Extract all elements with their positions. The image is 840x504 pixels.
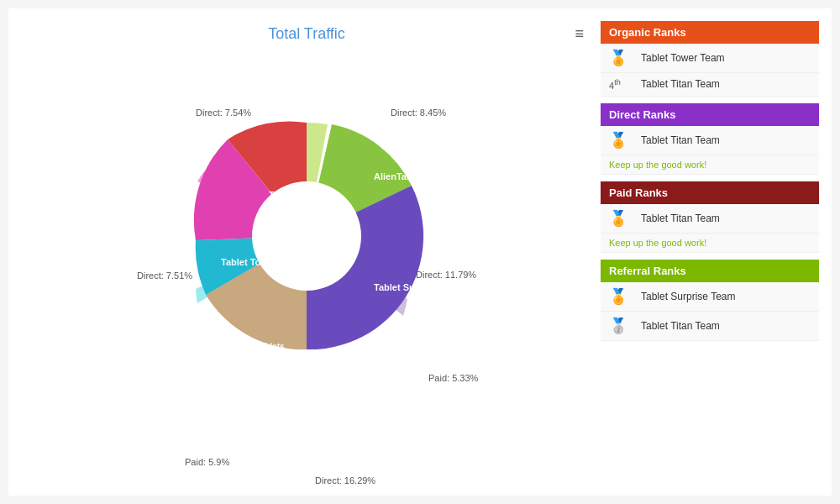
rank-4th: 4th xyxy=(609,78,633,91)
organic-rank-item-2: 4th Tablet Titan Team xyxy=(601,73,819,97)
label-tablet-tower: Tablet Tower xyxy=(221,257,277,267)
label-direct-top-right: Direct: 8.45% xyxy=(391,108,446,118)
organic-team-1: Tablet Tower Team xyxy=(641,52,725,64)
gold-medal-icon-2: 🏅 xyxy=(609,131,633,150)
referral-ranks-header: Referral Ranks xyxy=(601,260,819,282)
paid-ranks-section: Paid Ranks 🏅 Tablet Titan Team Keep up t… xyxy=(601,181,819,253)
referral-team-2: Tablet Titan Team xyxy=(641,320,720,332)
chart-title: Total Traffic xyxy=(268,25,345,43)
direct-team-1: Tablet Titan Team xyxy=(641,134,720,146)
label-tablet-surprise: Tablet Surprise xyxy=(374,282,440,292)
referral-rank-item-2: 🥈 Tablet Titan Team xyxy=(601,312,819,341)
right-panel: Organic Ranks 🏅 Tablet Tower Team 4th Ta… xyxy=(601,21,819,348)
organic-ranks-section: Organic Ranks 🏅 Tablet Tower Team 4th Ta… xyxy=(601,21,819,97)
chart-container: TabletSolutions AlienTablets Tablet Surp… xyxy=(130,55,483,408)
paid-ranks-header: Paid Ranks xyxy=(601,181,819,204)
main-container: Total Traffic ≡ xyxy=(8,8,832,496)
organic-team-2: Tablet Titan Team xyxy=(641,78,720,90)
paid-team-1: Tablet Titan Team xyxy=(641,213,720,224)
organic-rank-item-1: 🏅 Tablet Tower Team xyxy=(601,44,819,73)
paid-good-work: Keep up the good work! xyxy=(601,234,819,253)
menu-icon[interactable]: ≡ xyxy=(575,25,584,43)
gold-medal-icon-1: 🏅 xyxy=(609,49,633,67)
label-direct-top-left: Direct: 7.54% xyxy=(196,108,251,118)
label-alien-tablets: AlienTablets xyxy=(374,171,428,181)
label-tablet-solutions: TabletSolutions xyxy=(269,190,338,200)
direct-ranks-section: Direct Ranks 🏅 Tablet Titan Team Keep up… xyxy=(601,103,819,175)
label-top-tier: Top Tier Tablets xyxy=(221,342,285,351)
label-tablet-titan: Tablet Titan xyxy=(294,379,345,389)
label-direct-right: Direct: 11.79% xyxy=(416,270,476,280)
referral-rank-item-1: 🏅 Tablet Surprise Team xyxy=(601,282,819,312)
gold-medal-icon-4: 🏅 xyxy=(609,287,633,306)
silver-medal-icon: 🥈 xyxy=(609,317,633,335)
paid-rank-item-1: 🏅 Tablet Titan Team xyxy=(601,204,819,234)
gold-medal-icon-3: 🏅 xyxy=(609,209,633,228)
direct-good-work: Keep up the good work! xyxy=(601,155,819,175)
label-direct-left: Direct: 7.51% xyxy=(137,270,192,281)
organic-ranks-header: Organic Ranks xyxy=(601,21,819,44)
referral-team-1: Tablet Surprise Team xyxy=(641,291,736,302)
label-direct-bottom: Direct: 16.29% xyxy=(315,475,375,486)
direct-rank-item-1: 🏅 Tablet Titan Team xyxy=(601,126,819,155)
chart-section: Total Traffic ≡ xyxy=(21,17,592,408)
referral-ranks-section: Referral Ranks 🏅 Tablet Surprise Team 🥈 … xyxy=(601,260,819,341)
label-paid-bottom-left: Paid: 5.9% xyxy=(185,457,229,467)
label-paid-bottom-right: Paid: 5.33% xyxy=(428,373,478,383)
direct-ranks-header: Direct Ranks xyxy=(601,103,819,126)
